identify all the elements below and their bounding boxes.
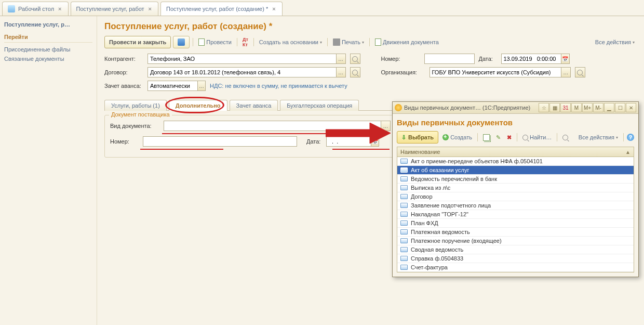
select-button[interactable]: …: [336, 68, 345, 77]
find-button[interactable]: Найти…: [520, 133, 554, 141]
date-input[interactable]: 📅: [501, 54, 570, 64]
supplier-num-input[interactable]: [143, 136, 297, 147]
grid-row[interactable]: Ведомость перечислений в банк: [397, 175, 634, 184]
grid-row[interactable]: Договор: [397, 192, 634, 201]
number-input[interactable]: [424, 54, 475, 64]
doctype-input[interactable]: …: [164, 121, 391, 131]
post-and-close-button[interactable]: Провести и закрыть: [104, 36, 171, 48]
dtkt-button[interactable]: ДтКт: [240, 36, 250, 48]
tb-fav-icon[interactable]: ☆: [539, 103, 549, 112]
tb-calc-icon[interactable]: ▦: [549, 103, 560, 112]
select-button[interactable]: …: [197, 81, 205, 90]
all-actions-button[interactable]: Все действия ▾: [576, 133, 620, 141]
post-button[interactable]: Провести: [196, 37, 234, 47]
create-button[interactable]: Создать: [440, 133, 474, 141]
open-button[interactable]: [350, 54, 360, 64]
grid-row[interactable]: Выписка из л\с: [397, 184, 634, 192]
popup-toolbar: ⇩Выбрать Создать ✎ ✖ Найти… Все действия…: [397, 131, 634, 144]
item-label: Акт об оказании услуг: [411, 167, 469, 173]
maximize-button[interactable]: ☐: [615, 103, 625, 112]
minimize-button[interactable]: ▁: [604, 103, 614, 112]
sidebar-title: Поступление услуг, р…: [4, 21, 92, 28]
item-icon: [400, 212, 408, 217]
item-icon: [400, 229, 408, 235]
tab-doc-create[interactable]: Поступление услуг, работ (создание) * ×: [160, 2, 283, 16]
copy-button[interactable]: [481, 133, 492, 142]
close-icon[interactable]: ×: [271, 6, 276, 12]
item-icon: [400, 256, 408, 261]
magnifier-icon: [577, 70, 583, 75]
edit-button[interactable]: ✎: [494, 133, 503, 142]
print-icon: [333, 38, 340, 46]
tb-mminus-button[interactable]: M-: [593, 103, 603, 112]
select-button[interactable]: …: [336, 54, 345, 63]
tab-doc-list[interactable]: Поступление услуг, работ ×: [71, 2, 159, 16]
supplier-num-label: Номер:: [110, 138, 139, 145]
advance-label: Зачет аванса:: [104, 83, 143, 89]
contractor-input[interactable]: …: [147, 54, 346, 64]
dropdown-icon: ▾: [633, 40, 635, 45]
doc-icon: [375, 38, 381, 46]
grid-row[interactable]: Акт об оказании услуг: [397, 166, 634, 175]
clear-find-button[interactable]: [560, 134, 570, 141]
item-label: Справка ф.0504833: [411, 255, 463, 262]
grid-row[interactable]: Платежная ведомость: [397, 228, 634, 237]
main-toolbar: Провести и закрыть Провести ДтКт Создать…: [104, 36, 637, 48]
sidebar-item-attachments[interactable]: Присоединенные файлы: [4, 45, 92, 54]
open-button[interactable]: [350, 67, 360, 77]
tab-desktop[interactable]: Рабочий стол ×: [2, 2, 69, 16]
tab-services[interactable]: Услуги, работы (1): [104, 100, 167, 111]
all-actions-button[interactable]: Все действия ▾: [593, 38, 637, 46]
doc-icon: [198, 38, 205, 46]
grid-row[interactable]: Накладная "ТОРГ-12": [397, 210, 634, 219]
item-icon: [400, 220, 408, 226]
grid-row[interactable]: Сводная ведомость: [397, 245, 634, 254]
close-icon[interactable]: ×: [147, 6, 153, 12]
grid-row[interactable]: Счет-фактура: [397, 263, 634, 272]
doctype-label: Вид документа:: [110, 123, 159, 129]
supplier-date-input[interactable]: 📅: [326, 136, 379, 147]
item-label: Платежная ведомость: [411, 229, 470, 235]
grid-row[interactable]: Справка ф.0504833: [397, 254, 634, 263]
close-icon[interactable]: ×: [57, 6, 62, 12]
org-input[interactable]: …: [430, 67, 571, 77]
movements-button[interactable]: Движения документа: [373, 37, 441, 47]
print-button[interactable]: Печать ▾: [331, 37, 366, 47]
popup-titlebar[interactable]: Виды первичных документ… (1С:Предприятие…: [393, 102, 638, 114]
select-button[interactable]: ⇩Выбрать: [397, 131, 438, 144]
calendar-button[interactable]: 📅: [371, 137, 379, 146]
grid-row[interactable]: Акт о приеме-передаче объектов НФА ф.050…: [397, 157, 634, 166]
open-button[interactable]: [575, 67, 585, 77]
tb-mplus-button[interactable]: M+: [582, 103, 593, 112]
app-1c-icon: [395, 104, 402, 111]
dropdown-icon: ▾: [362, 40, 364, 45]
contract-input[interactable]: …: [147, 67, 346, 77]
pencil-icon: ✎: [496, 134, 501, 141]
fieldset-legend: Документ поставщика: [109, 111, 172, 118]
tab-accounting[interactable]: Бухгалтерская операция: [280, 100, 359, 111]
tab-additional[interactable]: Дополнительно: [169, 100, 227, 111]
save-button[interactable]: [173, 36, 190, 48]
grid-header[interactable]: Наименование ▲: [397, 147, 634, 157]
grid-row[interactable]: Платежное поручение (входящее): [397, 237, 634, 245]
delete-button[interactable]: ✖: [505, 133, 514, 142]
help-button[interactable]: ?: [627, 134, 634, 141]
grid-row[interactable]: План ФХД: [397, 219, 634, 228]
select-button[interactable]: …: [381, 121, 390, 131]
calendar-button[interactable]: 📅: [561, 54, 569, 63]
item-label: План ФХД: [411, 220, 438, 226]
advance-input[interactable]: …: [147, 81, 206, 91]
grid-row[interactable]: Заявление подотчетного лица: [397, 201, 634, 210]
item-label: Накладная "ТОРГ-12": [411, 211, 468, 217]
select-button[interactable]: …: [561, 68, 570, 77]
tab-advance[interactable]: Зачет аванса: [230, 100, 278, 111]
create-on-basis-button[interactable]: Создать на основании ▾: [257, 38, 324, 46]
tb-cal-icon[interactable]: 31: [560, 103, 571, 112]
vat-settings-link[interactable]: НДС: не включен в сумму, не принимается …: [210, 83, 347, 89]
dropdown-icon: ▾: [320, 40, 322, 45]
close-button[interactable]: ✕: [626, 103, 636, 112]
item-icon: [400, 247, 408, 252]
sidebar-item-related[interactable]: Связанные документы: [4, 54, 92, 63]
item-label: Сводная ведомость: [411, 246, 463, 253]
tb-m-button[interactable]: M: [571, 103, 582, 112]
